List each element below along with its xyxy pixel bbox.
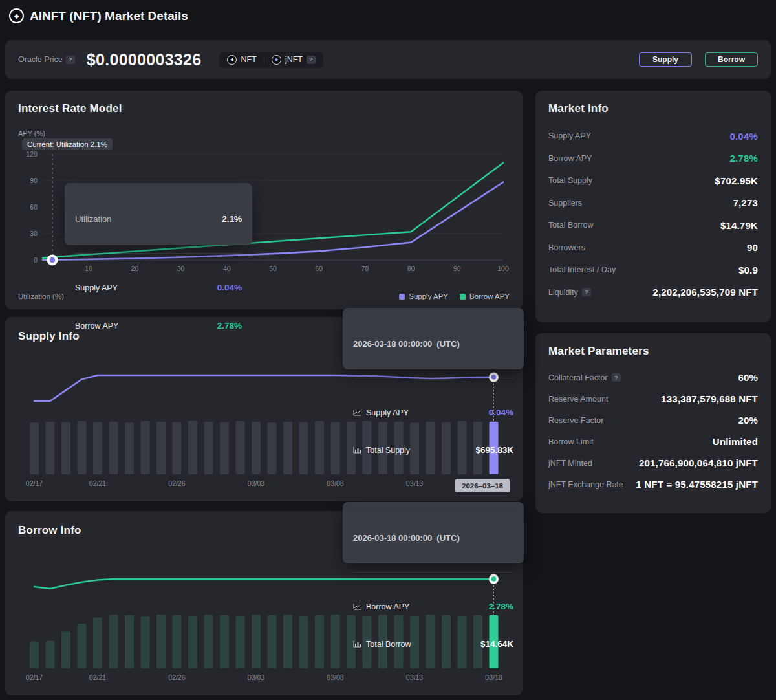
svg-text:02/17: 02/17: [26, 479, 43, 487]
svg-text:90: 90: [453, 265, 461, 272]
nft-coin-icon: ◆: [227, 55, 237, 65]
info-row-value: 1 NFT = 95.47558215 jNFT: [636, 479, 758, 490]
info-row-label-text: Borrowers: [548, 243, 585, 252]
info-row: Supply APY0.04%: [548, 131, 758, 142]
irm-legend: Supply APYBorrow APY: [399, 292, 510, 300]
line-chart-icon: [353, 603, 361, 610]
info-row: Total Interest / Day$0.9: [548, 265, 758, 276]
toggle-nft[interactable]: ◆ NFT: [227, 55, 256, 65]
legend-item[interactable]: Supply APY: [399, 292, 448, 300]
info-row-value: 7,273: [733, 197, 758, 208]
page-title: AINFT (NFT) Market Details: [30, 9, 188, 23]
tooltip-borrow-apy-value: 2.78%: [217, 321, 242, 331]
svg-text:02/21: 02/21: [89, 479, 106, 487]
supply-button[interactable]: Supply: [639, 52, 692, 67]
svg-text:03/08: 03/08: [327, 673, 343, 681]
info-row-value: 133,387,579,688 NFT: [661, 393, 758, 404]
line-chart-icon: [353, 409, 361, 416]
info-row: Total Supply$702.95K: [548, 175, 758, 186]
irm-y-axis-label: APY (%): [18, 129, 45, 137]
irm-x-axis-label: Utilization (%): [18, 292, 64, 300]
jnft-coin-icon: ◆: [272, 55, 281, 65]
info-row-label-text: Total Supply: [548, 176, 592, 185]
market-info-panel: Market Info Supply APY0.04%Borrow APY2.7…: [535, 91, 771, 322]
svg-text:03/03: 03/03: [248, 673, 264, 681]
legend-item[interactable]: Borrow APY: [460, 292, 510, 300]
supply-tooltip: 2026-03-18 00:00:00 (UTC) Supply APY 0.0…: [343, 308, 524, 369]
svg-text:02/26: 02/26: [168, 479, 185, 487]
info-row-label-text: Borrow Limit: [548, 437, 593, 446]
info-row-label-text: Liquidity: [548, 288, 578, 297]
tooltip-row-label: Supply APY: [366, 408, 409, 417]
info-row-label: Total Interest / Day: [548, 265, 616, 274]
page-header: ◆ AINFT (NFT) Market Details: [9, 8, 188, 23]
market-parameters-title: Market Parameters: [548, 345, 758, 358]
info-row-value: 90: [747, 242, 758, 253]
oracle-price-value: $0.0000003326: [87, 50, 202, 69]
asset-toggle: ◆ NFT | ◆ jNFT ?: [219, 52, 323, 68]
info-row-label-text: Supply APY: [548, 131, 591, 140]
svg-text:03/13: 03/13: [406, 673, 423, 681]
svg-text:60: 60: [30, 203, 38, 211]
toggle-jnft[interactable]: ◆ jNFT ?: [272, 55, 316, 65]
info-row-label-text: Reserve Factor: [548, 416, 603, 425]
info-row: Borrow LimitUnlimited: [548, 436, 758, 447]
toggle-jnft-label: jNFT: [285, 55, 303, 64]
tooltip-row-label: Total Borrow: [366, 640, 411, 649]
help-icon[interactable]: ?: [582, 288, 591, 296]
info-row-value: $702.95K: [715, 175, 758, 186]
svg-text:03/08: 03/08: [327, 479, 343, 487]
info-row-value: 2.78%: [729, 153, 758, 164]
tooltip-row-label: Borrow APY: [366, 602, 409, 611]
borrow-button[interactable]: Borrow: [705, 52, 758, 67]
info-row: Reserve Factor20%: [548, 415, 758, 426]
info-row: Total Borrow$14.79K: [548, 220, 758, 231]
tooltip-supply-apy-value: 0.04%: [217, 283, 242, 292]
svg-text:90: 90: [30, 177, 38, 184]
tooltip-total-supply-value: $695.83K: [475, 445, 513, 455]
info-row-label: Total Supply: [548, 176, 592, 185]
help-icon[interactable]: ?: [612, 373, 621, 382]
info-row-label-text: Collateral Factor: [548, 373, 608, 382]
app-root: ◆ AINFT (NFT) Market Details Oracle Pric…: [0, 0, 776, 700]
supply-info-title: Supply Info: [18, 330, 80, 343]
info-row-label-text: Total Borrow: [548, 221, 593, 230]
info-row-label: Reserve Amount: [548, 395, 608, 404]
info-row-value: 2,202,206,535,709 NFT: [652, 287, 758, 298]
svg-text:80: 80: [407, 265, 415, 272]
info-row-label: Borrow Limit: [548, 437, 593, 446]
interest-rate-model-title: Interest Rate Model: [18, 102, 122, 115]
tooltip-total-borrow-label: Total Borrow: [353, 640, 411, 649]
info-row-label: jNFT Exchange Rate: [548, 480, 623, 489]
tooltip-utilization-label: Utilization: [75, 214, 111, 224]
market-info-rows: Supply APY0.04%Borrow APY2.78%Total Supp…: [548, 119, 758, 309]
bar-actions: Supply Borrow: [639, 52, 758, 67]
info-row-value: $14.79K: [720, 220, 758, 231]
price-bar: Oracle Price ? $0.0000003326 ◆ NFT | ◆ j…: [5, 40, 771, 79]
help-icon[interactable]: ?: [307, 56, 316, 64]
svg-text:120: 120: [26, 150, 38, 158]
tooltip-total-supply-label: Total Supply: [353, 446, 410, 455]
tooltip-supply-apy-value: 0.04%: [489, 408, 513, 417]
info-row-label: Supply APY: [548, 131, 591, 140]
info-row: Suppliers7,273: [548, 197, 758, 208]
bar-chart-icon: [353, 640, 361, 648]
help-icon[interactable]: ?: [66, 56, 75, 64]
svg-text:70: 70: [361, 265, 369, 272]
tooltip-supply-apy-label: Supply APY: [353, 408, 409, 417]
svg-text:02/26: 02/26: [168, 673, 185, 681]
svg-text:03/13: 03/13: [406, 479, 423, 487]
info-row-label-text: Reserve Amount: [548, 395, 608, 404]
tooltip-borrow-apy-value: 2.78%: [489, 602, 513, 611]
info-row-label-text: Borrow APY: [548, 154, 592, 163]
info-row-label-text: jNFT Exchange Rate: [548, 480, 623, 489]
market-parameters-rows: Collateral Factor?60%Reserve Amount133,3…: [548, 362, 758, 500]
info-row-label: jNFT Minted: [548, 459, 592, 468]
oracle-price-text: Oracle Price: [18, 55, 63, 64]
irm-tooltip: Utilization 2.1% Supply APY 0.04% Borrow…: [65, 183, 252, 245]
info-row-label: Suppliers: [548, 199, 582, 208]
tooltip-divider: [353, 572, 513, 573]
borrow-tooltip: 2026-03-18 00:00:00 (UTC) Borrow APY 2.7…: [343, 502, 524, 563]
tooltip-utilization-value: 2.1%: [222, 214, 242, 224]
tooltip-total-borrow-value: $14.64K: [480, 639, 513, 649]
